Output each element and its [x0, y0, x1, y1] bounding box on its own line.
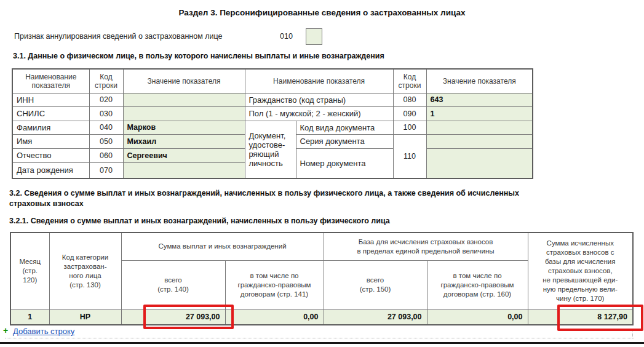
annulment-label: Признак аннулирования сведений о застрах… — [14, 32, 223, 41]
page-title: Раздел 3. Персонифицированные сведения о… — [0, 8, 644, 17]
middlename-input[interactable]: Сергеевич — [123, 148, 245, 162]
firstname-input[interactable]: Михаил — [123, 134, 245, 148]
doc-kind-input[interactable] — [426, 121, 533, 134]
table-header-row: Наименование показателя Код строки Значе… — [12, 69, 533, 93]
payments-group-header: Сумма выплат и иных вознаграждений — [121, 233, 324, 260]
section-3-1-heading: 3.1. Данные о физическом лице, в пользу … — [13, 52, 384, 60]
birthdate-code: 070 — [89, 162, 123, 178]
civil-160-cell[interactable]: 0,00 — [427, 309, 528, 325]
doc-kind-code: 100 — [393, 121, 426, 134]
personal-data-table: Наименование показателя Код строки Значе… — [12, 68, 533, 179]
section-3-2-1-heading: 3.2.1. Сведения о сумме выплат и иных во… — [9, 217, 390, 225]
payments-header-row-1: Месяц (стр. 120) Код категории застрахов… — [10, 233, 633, 260]
annulment-input[interactable] — [306, 28, 322, 45]
identity-document-group-label: Документ, удостове- ряющий личность — [245, 121, 296, 178]
lastname-input[interactable]: Марков — [123, 121, 245, 134]
inn-input[interactable] — [123, 93, 245, 106]
contrib-170-cell[interactable]: 8 127,90 — [528, 309, 633, 325]
table-row: ИНН 020 Гражданство (код страны) 080 643 — [12, 93, 533, 106]
month-cell[interactable]: 1 — [10, 309, 49, 325]
category-col-header: Код категории застрахован- ного лица (ст… — [49, 233, 121, 309]
citizenship-code: 080 — [393, 93, 426, 106]
doc-number-label: Номер документа — [296, 148, 393, 178]
total-140-header: всего (стр. 140) — [121, 260, 225, 309]
doc-series-input[interactable] — [426, 134, 533, 148]
citizenship-label: Гражданство (код страны) — [245, 93, 393, 106]
annulment-line-code: 010 — [280, 32, 293, 41]
citizenship-input[interactable]: 643 — [426, 93, 533, 106]
col-header-value-2: Значение показателя — [426, 69, 533, 93]
col-header-name-2: Наименование показателя — [245, 69, 393, 93]
gender-label: Пол (1 - мужской; 2 - женский) — [245, 106, 393, 121]
contributions-col-header: Сумма исчисленных страховых взносов с ба… — [528, 233, 633, 309]
col-header-name: Наименование показателя — [12, 69, 89, 93]
category-cell[interactable]: НР — [49, 309, 121, 325]
add-row-link[interactable]: Добавить строку — [13, 327, 74, 336]
base-group-header: База для исчисления страховых взносов в … — [324, 233, 528, 260]
table-row: СНИЛС 030 Пол (1 - мужской; 2 - женский)… — [12, 106, 533, 121]
gender-code: 090 — [393, 106, 426, 121]
panel-dotted-border-right — [632, 329, 633, 338]
bottom-divider — [0, 342, 644, 344]
section3-form-page: Раздел 3. Персонифицированные сведения о… — [0, 0, 644, 347]
month-col-header: Месяц (стр. 120) — [10, 233, 49, 309]
lastname-code: 040 — [89, 121, 123, 134]
inn-code: 020 — [89, 93, 123, 106]
col-header-code: Код строки — [89, 69, 123, 93]
birthdate-input[interactable] — [123, 162, 245, 178]
doc-number-input[interactable] — [426, 148, 533, 178]
civil-141-header: в том числе по гражданско-правовым догов… — [225, 260, 324, 309]
snils-label: СНИЛС — [12, 106, 89, 121]
col-header-value: Значение показателя — [123, 69, 245, 93]
col-header-code-2: Код строки — [393, 69, 426, 93]
gender-input[interactable]: 1 — [426, 106, 533, 121]
inn-label: ИНН — [12, 93, 89, 106]
doc-series-number-code: 110 — [393, 134, 426, 178]
firstname-code: 050 — [89, 134, 123, 148]
middlename-code: 060 — [89, 148, 123, 162]
total-150-header: всего (стр. 150) — [324, 260, 427, 309]
doc-series-label: Серия документа — [296, 134, 393, 148]
payments-table: Месяц (стр. 120) Код категории застрахов… — [10, 232, 634, 325]
civil-141-cell[interactable]: 0,00 — [225, 309, 324, 325]
doc-kind-label: Код вида документа — [296, 121, 393, 134]
civil-160-header: в том числе по гражданско-правовым догов… — [427, 260, 528, 309]
snils-code: 030 — [89, 106, 123, 121]
total-140-cell[interactable]: 27 093,00 — [121, 309, 225, 325]
panel-dotted-border-bottom — [5, 338, 634, 338]
lastname-label: Фамилия — [12, 121, 89, 134]
plus-icon: + — [3, 325, 8, 335]
section-3-2-heading: 3.2. Сведения о сумме выплат и иных возн… — [9, 188, 637, 209]
table-row: Фамилия 040 Марков Документ, удостове- р… — [12, 121, 533, 134]
total-150-cell[interactable]: 27 093,00 — [324, 309, 427, 325]
payments-data-row: 1 НР 27 093,00 0,00 27 093,00 0,00 8 127… — [10, 309, 633, 325]
middlename-label: Отчество — [12, 148, 89, 162]
snils-input[interactable] — [123, 106, 245, 121]
birthdate-label: Дата рождения — [12, 162, 89, 178]
firstname-label: Имя — [12, 134, 89, 148]
